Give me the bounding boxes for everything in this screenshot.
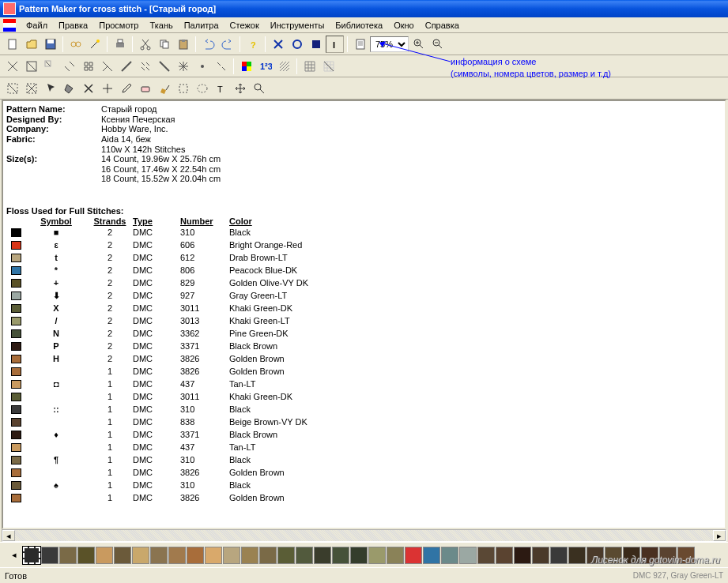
- palette-swatch[interactable]: [277, 547, 295, 564]
- menu-file[interactable]: Файл: [21, 19, 53, 32]
- info-view-icon[interactable]: I: [326, 36, 344, 53]
- palette-swatch[interactable]: [132, 547, 149, 564]
- cut-icon[interactable]: [136, 36, 154, 53]
- menu-edit[interactable]: Правка: [53, 19, 93, 32]
- menu-tools[interactable]: Инструменты: [265, 19, 330, 32]
- zoom-select[interactable]: 75%: [370, 36, 409, 52]
- quarter2-icon[interactable]: [60, 58, 78, 75]
- text-tool-icon[interactable]: T: [212, 80, 230, 97]
- palette-swatch[interactable]: [677, 547, 695, 564]
- save-icon[interactable]: [41, 36, 59, 53]
- palette-swatch[interactable]: [314, 547, 331, 564]
- print-icon[interactable]: [111, 36, 129, 53]
- menu-fabric[interactable]: Ткань: [144, 19, 178, 32]
- brush-icon[interactable]: [155, 80, 173, 97]
- palette-swatch[interactable]: [641, 547, 658, 564]
- palette-swatch[interactable]: [514, 547, 531, 564]
- wizard-icon[interactable]: [85, 36, 104, 53]
- menu-view[interactable]: Просмотр: [93, 19, 144, 32]
- rect-tool-icon[interactable]: [174, 80, 192, 97]
- menu-palette[interactable]: Палитра: [179, 19, 224, 32]
- palette-swatch[interactable]: [605, 547, 622, 564]
- palette-swatch[interactable]: [59, 547, 77, 564]
- help-icon[interactable]: ?: [243, 36, 262, 53]
- stitch-dot-icon[interactable]: [193, 58, 211, 75]
- palette-swatch[interactable]: [168, 547, 186, 564]
- page-icon[interactable]: [351, 36, 369, 53]
- palette-swatch[interactable]: [550, 547, 568, 564]
- palette-swatch[interactable]: [23, 547, 40, 564]
- stitch-star-icon[interactable]: [174, 58, 192, 75]
- grid-icon[interactable]: [300, 58, 319, 75]
- palette-swatch[interactable]: [332, 547, 349, 564]
- draw-line-icon[interactable]: [98, 80, 116, 97]
- petite2-icon[interactable]: [136, 58, 154, 75]
- palette-swatch[interactable]: [623, 547, 640, 564]
- paste-icon[interactable]: [174, 36, 192, 53]
- palette-swatch[interactable]: [532, 547, 549, 564]
- palette-swatch[interactable]: [41, 547, 58, 564]
- scroll-left-icon[interactable]: ◂: [2, 530, 15, 541]
- zoom-out-icon[interactable]: [428, 36, 447, 53]
- shade-icon[interactable]: [275, 58, 293, 75]
- quarter-stitch-icon[interactable]: [41, 58, 59, 75]
- palette-swatch[interactable]: [205, 547, 222, 564]
- grid-off-icon[interactable]: [319, 58, 338, 75]
- half2-icon[interactable]: [117, 58, 135, 75]
- eyedrop-icon[interactable]: [117, 80, 135, 97]
- fill-icon[interactable]: [60, 80, 78, 97]
- redo-icon[interactable]: [218, 36, 236, 53]
- palette-swatch[interactable]: [459, 547, 477, 564]
- link-icon[interactable]: [66, 36, 85, 53]
- numbers-icon[interactable]: 1²3: [256, 58, 274, 75]
- copy-icon[interactable]: [155, 36, 173, 53]
- menu-stitch[interactable]: Стежок: [224, 19, 265, 32]
- zoom-in-icon[interactable]: [409, 36, 428, 53]
- color-picker-icon[interactable]: [237, 58, 255, 75]
- palette-swatch[interactable]: [150, 547, 168, 564]
- menu-library[interactable]: Библиотека: [330, 19, 388, 32]
- full-stitch-icon[interactable]: [3, 58, 21, 75]
- ellipse-tool-icon[interactable]: [193, 80, 211, 97]
- solid-view-icon[interactable]: [307, 36, 325, 53]
- pointer-icon[interactable]: [41, 80, 59, 97]
- palette-swatch[interactable]: [350, 547, 368, 564]
- undo-icon[interactable]: [199, 36, 217, 53]
- palette-swatch[interactable]: [114, 547, 131, 564]
- palette-swatch[interactable]: [296, 547, 313, 564]
- open-icon[interactable]: [22, 36, 40, 53]
- palette-swatch[interactable]: [568, 547, 586, 564]
- new-icon[interactable]: [3, 36, 21, 53]
- zoom-tool-icon[interactable]: [250, 80, 268, 97]
- palette-swatch[interactable]: [77, 547, 95, 564]
- menu-help[interactable]: Справка: [420, 19, 465, 32]
- cross-view-icon[interactable]: [269, 36, 287, 53]
- h-scrollbar[interactable]: ◂ ▸: [2, 529, 726, 542]
- palette-swatch[interactable]: [423, 547, 440, 564]
- erase-icon[interactable]: [136, 80, 154, 97]
- palette-swatch[interactable]: [405, 547, 422, 564]
- draw-cross-icon[interactable]: [79, 80, 97, 97]
- palette-swatch[interactable]: [477, 547, 495, 564]
- half3-icon[interactable]: [155, 58, 173, 75]
- petite-icon[interactable]: [79, 58, 97, 75]
- palette-swatch[interactable]: [659, 547, 677, 564]
- move-tool-icon[interactable]: [231, 80, 249, 97]
- palette-swatch[interactable]: [241, 547, 258, 564]
- palette-swatch[interactable]: [368, 547, 386, 564]
- palette-swatch[interactable]: [187, 547, 204, 564]
- palette-swatch[interactable]: [223, 547, 240, 564]
- palette-swatch[interactable]: [496, 547, 513, 564]
- mix-stitch-icon[interactable]: [98, 58, 116, 75]
- palette-swatch[interactable]: [587, 547, 604, 564]
- palette-swatch[interactable]: [259, 547, 277, 564]
- palette-swatch[interactable]: [96, 547, 113, 564]
- palette-prev-icon[interactable]: ◂: [5, 547, 23, 564]
- stitch-diag-icon[interactable]: [212, 58, 230, 75]
- scroll-right-icon[interactable]: ▸: [713, 530, 726, 541]
- palette-swatch[interactable]: [441, 547, 458, 564]
- symbol-view-icon[interactable]: [288, 36, 306, 53]
- half-stitch-icon[interactable]: [22, 58, 40, 75]
- palette-swatch[interactable]: [387, 547, 404, 564]
- select-icon[interactable]: [3, 80, 21, 97]
